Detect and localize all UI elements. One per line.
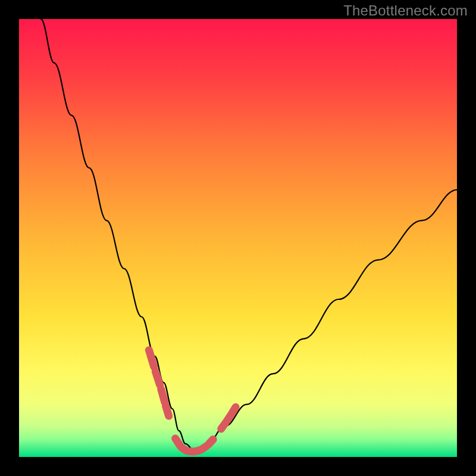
highlight-dash — [149, 350, 154, 367]
highlight-dash — [232, 407, 236, 413]
highlight-dash — [208, 440, 213, 445]
highlight-dash — [166, 406, 169, 416]
highlight-dash — [161, 389, 165, 402]
chart-frame: TheBottleneck.com — [0, 0, 476, 476]
highlight-dash — [155, 371, 159, 384]
watermark-text: TheBottleneck.com — [343, 2, 468, 19]
plot-background — [19, 19, 457, 457]
chart-svg — [0, 0, 476, 476]
